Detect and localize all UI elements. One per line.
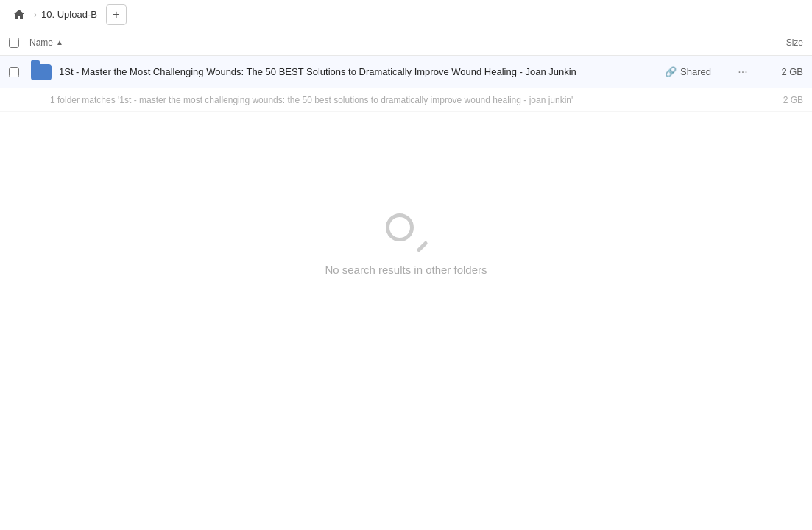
home-button[interactable] bbox=[9, 4, 29, 25]
file-size: 2 GB bbox=[759, 66, 803, 77]
link-icon: 🔗 bbox=[665, 66, 677, 77]
match-info-row: 1 folder matches '1st - master the most … bbox=[0, 88, 812, 112]
empty-state: No search results in other folders bbox=[0, 112, 812, 377]
file-row[interactable]: 1St - Master the Most Challenging Wounds… bbox=[0, 56, 812, 88]
top-bar: › 10. Upload-B + bbox=[0, 0, 812, 29]
file-name: 1St - Master the Most Challenging Wounds… bbox=[59, 66, 665, 77]
breadcrumb-separator: › bbox=[34, 10, 37, 20]
shared-label: Shared bbox=[680, 66, 711, 77]
search-handle bbox=[416, 240, 428, 252]
column-header: Name ▲ Size bbox=[0, 29, 812, 56]
more-options-button[interactable]: ··· bbox=[732, 62, 753, 82]
shared-badge: 🔗 Shared bbox=[665, 66, 724, 77]
name-column-header[interactable]: Name ▲ bbox=[29, 38, 744, 48]
sort-arrow-icon: ▲ bbox=[56, 38, 63, 46]
search-circle bbox=[386, 213, 414, 241]
size-column-header: Size bbox=[744, 38, 803, 48]
select-all-input[interactable] bbox=[9, 38, 19, 48]
folder-icon bbox=[29, 60, 53, 84]
folder-shape bbox=[31, 64, 52, 80]
add-button[interactable]: + bbox=[106, 4, 127, 25]
empty-message: No search results in other folders bbox=[325, 264, 487, 276]
breadcrumb-folder[interactable]: 10. Upload-B bbox=[41, 9, 97, 20]
no-results-icon bbox=[386, 213, 427, 255]
select-all-checkbox[interactable] bbox=[9, 38, 29, 48]
row-checkbox[interactable] bbox=[9, 67, 29, 77]
match-text: 1 folder matches '1st - master the most … bbox=[50, 95, 759, 105]
match-size: 2 GB bbox=[759, 95, 803, 105]
row-checkbox-input[interactable] bbox=[9, 67, 19, 77]
